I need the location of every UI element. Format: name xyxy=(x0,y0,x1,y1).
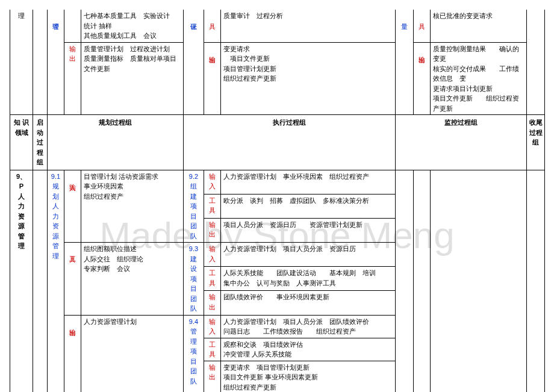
qc-label: 具 xyxy=(414,10,431,42)
e2-in: 人力资源管理计划 项目人员分派 资源日历 xyxy=(221,243,396,267)
blank xyxy=(414,170,431,392)
e3-tl-label: 工具 xyxy=(204,338,221,361)
blank xyxy=(396,170,414,392)
blank xyxy=(33,170,48,392)
qa-text: 质量审计 过程分析 xyxy=(221,10,396,42)
e2-tl: 人际关系技能 团队建设活动 基本规则 培训 集中办公 认可与奖励 人事测评工具 xyxy=(221,267,396,291)
qc-text: 核已批准的变更请求 xyxy=(431,10,527,42)
e3-in-label: 输入 xyxy=(204,315,221,338)
hr-out-label: 输出 xyxy=(64,315,81,392)
mon-output: 质量控制测量结果 确认的变更 核实的可交付成果 工作绩效信息 变 更请求项目计划… xyxy=(431,42,527,115)
e3-tl: 观察和交谈 项目绩效评估 冲突管理 人际关系技能 xyxy=(221,338,396,361)
top-proc: 管理 xyxy=(48,10,64,115)
qc-proc: 量 xyxy=(396,10,414,115)
e2-ou: 团队绩效评价 事业环境因素更新 xyxy=(221,291,396,315)
e3-ou: 变更请求 项目管理计划更新 项目文件更新 事业环境因素更新 组织过程资产更新 xyxy=(221,361,396,392)
plan-output: 质量管理计划 过程改进计划 质量测量指标 质量核对单项目文件更新 xyxy=(81,42,184,115)
e1-tl-label: 工具 xyxy=(204,194,221,218)
e1-proc: 9.2 组 建 项 目 团 队 xyxy=(184,170,204,243)
blank xyxy=(527,170,545,392)
e2-proc: 9.3 建 设 项 目 团 队 xyxy=(184,243,204,316)
e2-tl-label: 工具 xyxy=(204,267,221,291)
qa-label: 具 xyxy=(204,10,221,42)
mon-out-label: 输出 xyxy=(414,42,431,115)
hr-domain: 9、 P 人 力 资 源 管 理 xyxy=(10,170,33,392)
blank xyxy=(431,170,527,392)
out-label: 输出 xyxy=(64,42,81,115)
hdr-plan: 规划过程组 xyxy=(48,115,184,170)
exec-output: 变更请求 项目文件更新 项目管理计划更新 组织过程资产更新 xyxy=(221,42,396,115)
blank xyxy=(64,10,81,42)
process-matrix-table: 理 管理 七种基本质量工具 实验设计 统计 抽样 其他质量规划工具 会议 保证 … xyxy=(10,10,545,392)
e1-in-label: 输入 xyxy=(204,170,221,194)
e3-proc: 9.4 管 理 项 目 团 队 xyxy=(184,315,204,392)
hr-tool-label: 工具 xyxy=(64,243,81,316)
blank xyxy=(33,10,48,115)
e1-tl: 欧分派 谈判 招募 虚拟团队 多标准决策分析 xyxy=(221,194,396,218)
hr-in-text: 目管理计划 活动资源需求 事业环境因素 组织过程资产 xyxy=(81,170,184,243)
e3-ou-label: 输出 xyxy=(204,361,221,392)
hdr-exec: 执行过程组 xyxy=(184,115,396,170)
quality-tools: 七种基本质量工具 实验设计 统计 抽样 其他质量规划工具 会议 xyxy=(81,10,184,42)
e2-ou-label: 输出 xyxy=(204,291,221,315)
hdr-mon: 监控过程组 xyxy=(396,115,527,170)
e1-in: 人力资源管理计划 事业环境因素 组织过程资产 xyxy=(221,170,396,194)
e1-ou-label: 输出 xyxy=(204,218,221,242)
e2-in-label: 输入 xyxy=(204,243,221,267)
hr-tool-text: 组织图额职位描述 人际交往 组织理论 专家判断 会议 xyxy=(81,243,184,316)
e1-ou: 项目人员分派 资源日历 资源管理计划更新 xyxy=(221,218,396,242)
hdr-close: 收尾 过程组 xyxy=(527,115,545,170)
hr-plan-proc: 9.1 规 划 人 力 资 源 管 理 xyxy=(48,170,64,392)
e3-in: 人力资源管理计划 项目人员分派 团队绩效评价 问题日志 工作绩效报告 组织过程资… xyxy=(221,315,396,338)
hdr-init: 启动 过程组 xyxy=(33,115,48,170)
hr-out-text: 人力资源管理计划 xyxy=(81,315,184,392)
exec-out-label: 输出 xyxy=(204,42,221,115)
qa-proc: 保证 xyxy=(184,10,204,115)
blank xyxy=(527,10,545,115)
hdr-domain: 知 识 领域 xyxy=(10,115,33,170)
top-domain: 理 xyxy=(10,10,33,115)
hr-in-label: 输入 xyxy=(64,170,81,243)
